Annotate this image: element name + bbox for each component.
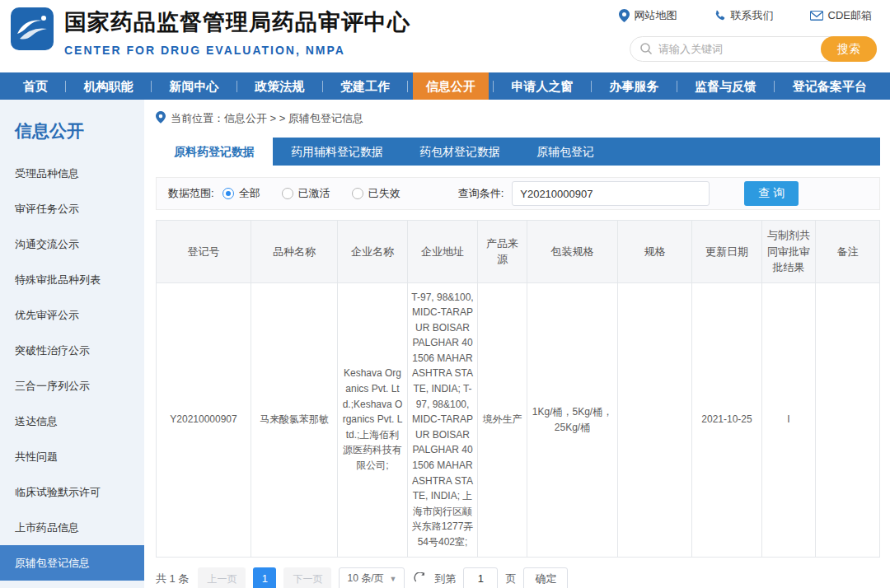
sidebar-item-7[interactable]: 三合一序列公示 [0, 368, 144, 404]
nav-separator [407, 81, 408, 92]
sidebar-item-6[interactable]: 突破性治疗公示 [0, 333, 144, 368]
column-header-1: 登记号 [157, 221, 251, 283]
page-number-button[interactable]: 1 [253, 567, 276, 588]
search-icon [639, 42, 653, 58]
search-button[interactable]: 搜索 [821, 36, 877, 62]
query-button[interactable]: 查 询 [744, 181, 799, 206]
sidebar-item-5[interactable]: 优先审评公示 [0, 297, 144, 333]
results-table: 登记号品种名称企业名称企业地址产品来源包装规格规格更新日期与制剂共同审批审批结果… [156, 220, 880, 558]
column-header-10: 备注 [816, 221, 880, 283]
header-quick-links: 网站地图 联系我们 CDE邮箱 [619, 8, 872, 23]
next-page-button[interactable]: 下一页 [283, 567, 331, 588]
column-header-6: 包装规格 [527, 221, 618, 283]
envelope-icon [810, 11, 823, 21]
mailbox-link-label: CDE邮箱 [828, 8, 872, 23]
site-header: 国家药品监督管理局药品审评中心 CENTER FOR DRUG EVALUATI… [0, 0, 890, 72]
chevron-down-icon: ▼ [389, 575, 396, 583]
nav-item-8[interactable]: 办事服务 [596, 72, 672, 100]
tab-3[interactable]: 药包材登记数据 [401, 138, 518, 166]
column-header-4: 企业地址 [408, 221, 478, 283]
column-header-2: 品种名称 [251, 221, 338, 283]
scope-radio-group: 全部已激活已失效 [222, 186, 400, 201]
table-cell-2: 马来酸氯苯那敏 [251, 282, 338, 557]
radio-option-3[interactable]: 已失效 [352, 186, 400, 201]
nav-item-9[interactable]: 监督与反馈 [682, 72, 770, 100]
radio-option-label: 全部 [239, 186, 260, 201]
nav-separator [677, 81, 677, 92]
table-body: Y20210000907马来酸氯苯那敏Keshava Organics Pvt.… [157, 282, 880, 557]
goto-label: 到第 [434, 572, 456, 586]
query-label: 查询条件: [458, 186, 504, 201]
nav-item-3[interactable]: 新闻中心 [157, 72, 232, 100]
radio-circle-icon [282, 188, 293, 199]
column-header-3: 企业名称 [338, 221, 408, 283]
tab-2[interactable]: 药用辅料登记数据 [273, 138, 401, 166]
sidebar-title: 信息公开 [0, 116, 144, 156]
page-size-select[interactable]: 10 条/页 ▼ [339, 567, 405, 588]
sidebar-menu: 受理品种信息审评任务公示沟通交流公示特殊审批品种列表优先审评公示突破性治疗公示三… [0, 156, 144, 581]
main-nav: 首页机构职能新闻中心政策法规党建工作信息公开申请人之窗办事服务监督与反馈登记备案… [0, 72, 890, 100]
page: 国家药品监督管理局药品审评中心 CENTER FOR DRUG EVALUATI… [0, 0, 890, 588]
sidebar-item-8[interactable]: 送达信息 [0, 404, 144, 439]
nav-item-5[interactable]: 党建工作 [327, 72, 403, 100]
sidebar: 信息公开 受理品种信息审评任务公示沟通交流公示特殊审批品种列表优先审评公示突破性… [0, 100, 144, 588]
table-row: Y20210000907马来酸氯苯那敏Keshava Organics Pvt.… [157, 282, 880, 557]
goto-page-input[interactable] [463, 567, 498, 588]
nav-item-10[interactable]: 登记备案平台 [780, 72, 880, 100]
contact-link[interactable]: 联系我们 [714, 8, 774, 23]
site-subtitle: CENTER FOR DRUG EVALUATION, NMPA [64, 44, 410, 57]
nav-separator [591, 81, 592, 92]
tab-4[interactable]: 原辅包登记 [518, 138, 612, 166]
total-count: 共 1 条 [156, 572, 189, 586]
content-area: 信息公开 受理品种信息审评任务公示沟通交流公示特殊审批品种列表优先审评公示突破性… [0, 100, 890, 588]
nav-item-4[interactable]: 政策法规 [241, 72, 317, 100]
nav-item-2[interactable]: 机构职能 [71, 72, 147, 100]
nav-separator [493, 81, 494, 92]
table-cell-6: 1Kg/桶，5Kg/桶，25Kg/桶 [527, 282, 618, 557]
mailbox-link[interactable]: CDE邮箱 [810, 8, 872, 23]
pagination: 共 1 条 上一页 1 下一页 10 条/页 ▼ 到第 页 确定 [156, 567, 880, 588]
sitemap-link-label: 网站地图 [635, 8, 677, 23]
cde-logo-icon [10, 7, 54, 51]
nav-item-6[interactable]: 信息公开 [413, 72, 489, 100]
query-input[interactable] [512, 181, 710, 206]
radio-option-1[interactable]: 全部 [222, 186, 260, 201]
nav-item-1[interactable]: 首页 [10, 72, 61, 100]
sidebar-item-3[interactable]: 沟通交流公示 [0, 226, 144, 262]
table-cell-10 [816, 282, 880, 557]
nav-separator [151, 81, 152, 92]
table-cell-8: 2021-10-25 [692, 282, 762, 557]
table-cell-4: T-97, 98&100, MIDC-TARAPUR BOISAR PALGHA… [408, 282, 478, 557]
sidebar-item-12[interactable]: 原辅包登记信息 [0, 545, 144, 581]
sidebar-item-1[interactable]: 受理品种信息 [0, 156, 144, 191]
breadcrumb-text: 当前位置：信息公开 > > 原辅包登记信息 [171, 111, 363, 126]
contact-link-label: 联系我们 [731, 8, 774, 23]
nav-item-7[interactable]: 申请人之窗 [499, 72, 587, 100]
prev-page-button[interactable]: 上一页 [198, 567, 246, 588]
sidebar-item-9[interactable]: 共性问题 [0, 439, 144, 474]
column-header-8: 更新日期 [692, 221, 762, 283]
column-header-9: 与制剂共同审批审批结果 [762, 221, 816, 283]
main-panel: 当前位置：信息公开 > > 原辅包登记信息 原料药登记数据药用辅料登记数据药包材… [144, 100, 890, 588]
phone-icon [714, 10, 726, 22]
site-title: 国家药品监督管理局药品审评中心 [64, 7, 410, 37]
location-pin-icon [619, 9, 630, 22]
header-search-bar: 搜索 [630, 36, 877, 62]
sidebar-item-11[interactable]: 上市药品信息 [0, 510, 144, 545]
table-cell-7 [618, 282, 692, 557]
breadcrumb: 当前位置：信息公开 > > 原辅包登记信息 [156, 111, 880, 126]
radio-option-label: 已失效 [368, 186, 400, 201]
nav-separator [322, 81, 323, 92]
sitemap-link[interactable]: 网站地图 [619, 8, 677, 23]
column-header-5: 产品来源 [478, 221, 527, 283]
sidebar-item-2[interactable]: 审评任务公示 [0, 191, 144, 226]
radio-option-2[interactable]: 已激活 [282, 186, 330, 201]
sidebar-item-4[interactable]: 特殊审批品种列表 [0, 262, 144, 297]
confirm-button[interactable]: 确定 [523, 567, 568, 588]
site-title-block: 国家药品监督管理局药品审评中心 CENTER FOR DRUG EVALUATI… [64, 7, 410, 57]
refresh-icon[interactable] [412, 572, 427, 586]
tab-bar: 原料药登记数据药用辅料登记数据药包材登记数据原辅包登记 [156, 138, 880, 166]
tab-1[interactable]: 原料药登记数据 [156, 138, 273, 166]
table-cell-3: Keshava Organics Pvt. Ltd.;Keshava Organ… [338, 282, 408, 557]
sidebar-item-10[interactable]: 临床试验默示许可 [0, 474, 144, 510]
